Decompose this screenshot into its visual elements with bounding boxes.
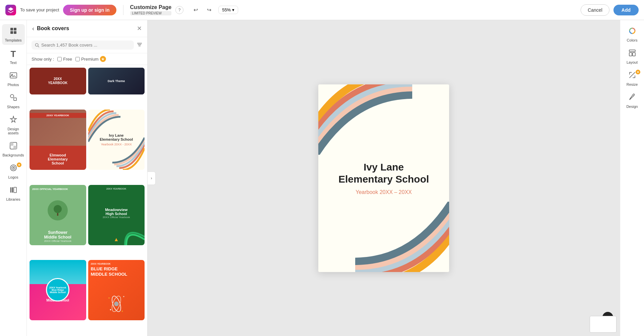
svg-point-6 bbox=[10, 94, 14, 98]
canvas-subtitle: Yearbook 20XX – 20XX bbox=[338, 189, 429, 195]
help-button[interactable]: ? bbox=[175, 6, 183, 14]
resize-badge: ★ bbox=[636, 70, 640, 74]
undo-button[interactable]: ↩ bbox=[190, 5, 201, 15]
colors-icon bbox=[628, 27, 636, 37]
photos-label: Photos bbox=[7, 83, 19, 87]
design-assets-icon bbox=[9, 116, 17, 126]
templates-panel: ‹ Book covers ✕ Show only : bbox=[27, 20, 148, 336]
search-input[interactable] bbox=[41, 43, 130, 48]
sidebar-item-backgrounds[interactable]: Backgrounds bbox=[2, 139, 25, 160]
page-title: Customize Page bbox=[130, 4, 172, 10]
template-card-t1[interactable]: 20XX YEARBOOK Elmwood Elementary School bbox=[30, 110, 86, 170]
add-button[interactable]: Add bbox=[613, 5, 639, 15]
sidebar-item-design[interactable]: Design bbox=[621, 90, 644, 111]
sidebar-item-text[interactable]: T Text bbox=[2, 46, 25, 67]
rainbow-bottom-decoration bbox=[355, 202, 449, 272]
show-only-bar: Show only : Free Premium ★ bbox=[27, 53, 147, 65]
sidebar-item-logos[interactable]: ★ Logos bbox=[2, 161, 25, 182]
back-button[interactable]: ‹ bbox=[32, 25, 34, 32]
shapes-label: Shapes bbox=[7, 105, 19, 109]
svg-rect-9 bbox=[10, 142, 13, 146]
main-area: Templates T Text Photos Sha bbox=[0, 20, 644, 336]
libraries-label: Libraries bbox=[6, 197, 20, 201]
canvas-title-line2: Elementary School bbox=[338, 173, 429, 185]
sidebar-item-libraries[interactable]: Libraries bbox=[2, 183, 25, 204]
canvas-text-block: Ivy Lane Elementary School Yearbook 20XX… bbox=[338, 161, 429, 195]
svg-point-21 bbox=[54, 205, 62, 213]
save-text: To save your project bbox=[20, 7, 59, 12]
sidebar-item-colors[interactable]: Colors bbox=[621, 24, 644, 45]
divider bbox=[123, 5, 123, 15]
template-grid: 20XXYEARBOOK Dark Theme 20XX YEARBOOK El… bbox=[27, 65, 147, 336]
templates-icon bbox=[9, 27, 17, 37]
redo-button[interactable]: ↪ bbox=[204, 5, 214, 15]
sidebar-item-design-assets[interactable]: Design assets bbox=[2, 113, 25, 138]
panel-title: Book covers bbox=[37, 25, 134, 31]
premium-filter-label[interactable]: Premium ★ bbox=[75, 56, 106, 62]
design-icon bbox=[628, 93, 636, 103]
svg-point-28 bbox=[110, 309, 111, 311]
template-card-t3[interactable]: 20XX OFFICIAL YEARBOOK Sunflower Middle … bbox=[30, 185, 86, 245]
text-icon: T bbox=[11, 49, 16, 59]
svg-point-29 bbox=[122, 311, 123, 312]
app-logo bbox=[5, 5, 16, 15]
panel-header: ‹ Book covers ✕ bbox=[27, 20, 147, 37]
template-card-partial1[interactable]: 20XXYEARBOOK bbox=[30, 68, 86, 94]
template-card-t2[interactable]: Ivy Lane Elementary School Yearbook 20XX… bbox=[88, 110, 145, 170]
toolbar-icons: ↩ ↪ bbox=[190, 5, 214, 15]
svg-rect-10 bbox=[13, 146, 17, 149]
canvas-title-line1: Ivy Lane bbox=[338, 161, 429, 173]
template-card-partial2[interactable]: Dark Theme bbox=[88, 68, 145, 94]
right-sidebar: Colors Layout ★ Resize bbox=[620, 20, 644, 336]
zoom-level: 55% bbox=[222, 7, 231, 12]
sidebar-item-layout[interactable]: Layout bbox=[621, 46, 644, 67]
search-icon bbox=[35, 43, 39, 48]
show-only-label: Show only : bbox=[32, 57, 54, 62]
sidebar-item-resize[interactable]: ★ Resize bbox=[621, 68, 644, 89]
svg-rect-22 bbox=[57, 213, 58, 216]
toggle-panel-button[interactable]: › bbox=[148, 172, 156, 185]
logos-label: Logos bbox=[8, 175, 18, 179]
svg-rect-4 bbox=[10, 73, 17, 78]
svg-rect-0 bbox=[10, 28, 13, 30]
template-card-t5[interactable]: 20XX YearbookBlue RidgeMiddle School Blu… bbox=[30, 260, 86, 320]
free-checkbox[interactable] bbox=[57, 57, 62, 61]
left-sidebar: Templates T Text Photos Sha bbox=[0, 20, 27, 336]
signup-button[interactable]: Sign up or sign in bbox=[63, 5, 116, 15]
rainbow-top-decoration bbox=[318, 84, 412, 155]
svg-rect-16 bbox=[14, 187, 16, 193]
close-panel-button[interactable]: ✕ bbox=[137, 25, 142, 32]
svg-point-26 bbox=[108, 297, 110, 299]
template-card-t4[interactable]: 20XX YEARBOOK Meadowview High School 20X… bbox=[88, 185, 145, 245]
premium-icon: ★ bbox=[100, 56, 106, 62]
free-filter-label[interactable]: Free bbox=[57, 57, 72, 62]
resize-label: Resize bbox=[627, 82, 638, 86]
sidebar-item-shapes[interactable]: Shapes bbox=[2, 91, 25, 112]
search-bar bbox=[27, 37, 147, 53]
layout-label: Layout bbox=[627, 60, 638, 64]
backgrounds-label: Backgrounds bbox=[2, 153, 24, 157]
sidebar-item-templates[interactable]: Templates bbox=[2, 24, 25, 45]
template-card-t6[interactable]: 20XX YEARBOOK BLUE RIDGEMIDDLE SCHOOL bbox=[88, 260, 145, 320]
svg-point-27 bbox=[123, 296, 124, 297]
logos-icon bbox=[9, 164, 17, 174]
filter-button[interactable] bbox=[137, 42, 143, 49]
search-wrap bbox=[32, 41, 134, 50]
svg-rect-31 bbox=[629, 50, 635, 52]
backgrounds-icon bbox=[9, 142, 17, 152]
svg-rect-14 bbox=[10, 187, 11, 193]
svg-rect-7 bbox=[14, 98, 16, 100]
canvas-area: › Ivy Lane Elementary School Yearbook 20… bbox=[148, 20, 620, 336]
cancel-button[interactable]: Cancel bbox=[581, 4, 609, 16]
design-label: Design bbox=[626, 105, 638, 109]
zoom-control[interactable]: 55% ▾ bbox=[218, 6, 238, 14]
design-assets-label: Design assets bbox=[3, 127, 23, 135]
sidebar-item-photos[interactable]: Photos bbox=[2, 69, 25, 89]
premium-checkbox[interactable] bbox=[75, 57, 80, 61]
svg-rect-15 bbox=[12, 187, 13, 193]
resize-icon bbox=[628, 71, 636, 81]
canvas-page: Ivy Lane Elementary School Yearbook 20XX… bbox=[318, 84, 449, 272]
zoom-chevron-icon: ▾ bbox=[232, 7, 234, 12]
svg-rect-1 bbox=[14, 28, 16, 30]
photos-icon bbox=[9, 71, 17, 81]
